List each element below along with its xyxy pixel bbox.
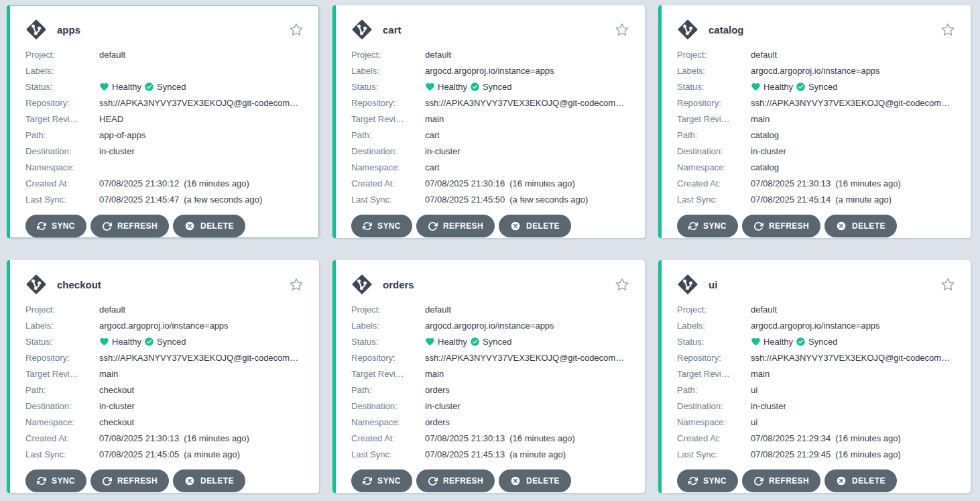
sync-button[interactable]: SYNC <box>351 215 412 237</box>
field-row-last-sync: Last Sync: 07/08/2025 21:29:45(16 minute… <box>677 446 957 462</box>
favorite-star-icon[interactable] <box>940 22 955 37</box>
refresh-button[interactable]: REFRESH <box>742 469 820 492</box>
field-value: main <box>99 369 118 379</box>
application-card[interactable]: cart Project: default Labels: argocd.arg… <box>332 5 645 238</box>
field-value: in-cluster <box>751 401 786 411</box>
field-label: Status: <box>677 82 751 92</box>
refresh-button[interactable]: REFRESH <box>90 215 169 237</box>
synced-check-icon <box>796 337 806 347</box>
application-icon <box>351 19 373 40</box>
field-label: Created At: <box>677 433 751 443</box>
delete-button[interactable]: DELETE <box>173 469 245 492</box>
sync-button[interactable]: SYNC <box>677 215 738 237</box>
field-row-status: Status: Healthy Synced <box>25 78 305 95</box>
field-label: Project: <box>25 304 99 315</box>
application-card[interactable]: ui Project: default Labels: argocd.argop… <box>658 260 971 493</box>
field-row-destination: Destination: in-cluster <box>351 398 631 414</box>
delete-button[interactable]: DELETE <box>499 215 571 237</box>
application-title[interactable]: cart <box>383 24 402 36</box>
sync-status-text: Synced <box>483 82 511 92</box>
field-value: in-cluster <box>425 401 461 411</box>
field-label: Created At: <box>351 433 425 443</box>
sync-icon <box>363 476 372 486</box>
field-label: Path: <box>351 130 425 140</box>
field-row-created-at: Created At: 07/08/2025 21:30:13(16 minut… <box>351 430 631 446</box>
refresh-button[interactable]: REFRESH <box>416 215 495 237</box>
delete-button[interactable]: DELETE <box>499 469 571 492</box>
application-title[interactable]: orders <box>383 279 414 290</box>
field-value: ssh://APKA3NYVY37VEX3EKOJQ@git-codecom… <box>99 98 298 108</box>
application-card[interactable]: apps Project: default Labels: Status: <box>7 5 319 238</box>
status-value: Healthy Synced <box>425 337 511 347</box>
sync-status-text: Synced <box>483 337 511 347</box>
field-row-labels: Labels: argocd.argoproj.io/instance=apps <box>351 62 631 78</box>
field-value: argocd.argoproj.io/instance=apps <box>425 321 554 331</box>
card-actions: SYNC REFRESH DELETE <box>25 215 305 237</box>
field-label: Created At: <box>351 178 425 188</box>
field-label: Path: <box>677 130 751 140</box>
status-accent-bar <box>332 260 336 493</box>
field-value: default <box>425 50 451 60</box>
card-header: cart <box>351 18 631 41</box>
card-actions: SYNC REFRESH DELETE <box>25 469 305 492</box>
application-card[interactable]: orders Project: default Labels: argocd.a… <box>332 260 645 493</box>
sync-icon <box>363 221 372 231</box>
field-value: 07/08/2025 21:45:05(a minute ago) <box>99 449 240 459</box>
refresh-button[interactable]: REFRESH <box>742 215 820 237</box>
field-label: Created At: <box>25 433 99 443</box>
delete-button-label: DELETE <box>200 221 234 231</box>
field-value: main <box>751 369 770 379</box>
card-header: checkout <box>25 273 305 296</box>
field-row-created-at: Created At: 07/08/2025 21:30:12(16 minut… <box>25 175 305 191</box>
field-label: Namespace: <box>25 417 99 427</box>
field-label: Repository: <box>25 98 99 108</box>
sync-button[interactable]: SYNC <box>351 469 412 492</box>
field-value: 07/08/2025 21:45:13(a minute ago) <box>425 449 566 459</box>
favorite-star-icon[interactable] <box>615 277 629 292</box>
status-value: Healthy Synced <box>425 82 511 92</box>
sync-button[interactable]: SYNC <box>677 469 738 492</box>
application-title[interactable]: ui <box>709 279 717 290</box>
application-title[interactable]: checkout <box>57 279 101 290</box>
sync-button-label: SYNC <box>377 221 401 231</box>
refresh-button[interactable]: REFRESH <box>416 469 495 492</box>
sync-button[interactable]: SYNC <box>25 469 86 492</box>
refresh-button[interactable]: REFRESH <box>90 469 169 492</box>
field-label: Labels: <box>351 321 425 331</box>
field-label: Namespace: <box>677 162 751 172</box>
favorite-star-icon[interactable] <box>940 277 955 292</box>
card-actions: SYNC REFRESH DELETE <box>677 215 957 237</box>
delete-button[interactable]: DELETE <box>173 215 245 237</box>
application-title[interactable]: catalog <box>709 24 744 36</box>
field-label: Target Revi… <box>351 369 425 379</box>
favorite-star-icon[interactable] <box>289 22 304 37</box>
field-value: ssh://APKA3NYVY37VEX3EKOJQ@git-codecom… <box>425 353 624 363</box>
field-label: Namespace: <box>677 417 751 427</box>
field-row-path: Path: checkout <box>25 382 305 398</box>
field-value: default <box>751 304 777 315</box>
delete-button[interactable]: DELETE <box>824 215 897 237</box>
field-row-destination: Destination: in-cluster <box>351 143 631 159</box>
synced-check-icon <box>796 82 806 92</box>
application-title[interactable]: apps <box>57 24 80 36</box>
sync-button[interactable]: SYNC <box>25 215 86 237</box>
field-value: orders <box>425 385 450 395</box>
sync-icon <box>688 476 698 486</box>
delete-button[interactable]: DELETE <box>824 469 897 492</box>
application-icon <box>677 19 698 40</box>
status-accent-bar <box>7 5 10 238</box>
field-row-project: Project: default <box>25 301 305 317</box>
field-row-created-at: Created At: 07/08/2025 21:29:34(16 minut… <box>677 430 957 446</box>
application-card[interactable]: checkout Project: default Labels: argocd… <box>7 260 319 493</box>
synced-check-icon <box>144 337 154 347</box>
field-label: Destination: <box>351 146 425 156</box>
favorite-star-icon[interactable] <box>615 22 629 37</box>
last-sync-timestamp: 07/08/2025 21:29:45 <box>751 449 831 459</box>
field-value: in-cluster <box>99 146 135 156</box>
field-label: Labels: <box>25 321 99 331</box>
favorite-star-icon[interactable] <box>289 277 304 292</box>
field-row-repository: Repository: ssh://APKA3NYVY37VEX3EKOJQ@g… <box>351 349 631 366</box>
field-row-last-sync: Last Sync: 07/08/2025 21:45:13(a minute … <box>351 446 631 462</box>
field-row-project: Project: default <box>351 46 631 62</box>
application-card[interactable]: catalog Project: default Labels: argocd.… <box>658 5 971 238</box>
